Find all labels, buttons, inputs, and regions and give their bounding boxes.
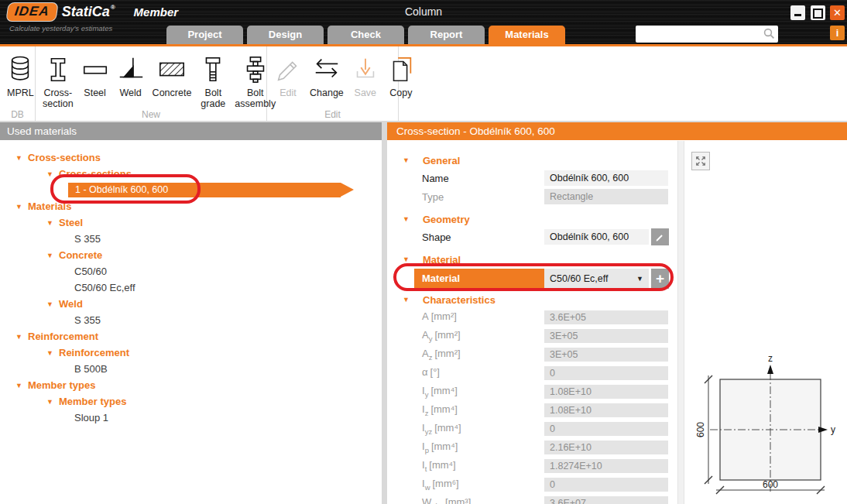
- shape-row: Shape Obdélník 600, 600: [387, 228, 677, 246]
- new-steel-button[interactable]: Steel: [77, 50, 113, 98]
- tree-item-sloup1[interactable]: Sloup 1: [0, 410, 382, 426]
- tab-check[interactable]: Check: [327, 26, 404, 44]
- collapse-triangle-icon[interactable]: ▼: [15, 203, 28, 211]
- collapse-triangle-icon[interactable]: ▼: [15, 382, 28, 389]
- characteristic-value: 1.08E+10: [544, 385, 668, 399]
- tree-group-member-types-sub[interactable]: ▼Member types: [0, 393, 382, 410]
- collapse-triangle-icon[interactable]: ▼: [15, 333, 28, 341]
- characteristic-row-iw: Iw[mm⁶] 0: [387, 475, 677, 494]
- tree-group-reinforcement[interactable]: ▼Reinforcement: [0, 328, 382, 345]
- new-weld-button[interactable]: Weld: [113, 50, 149, 98]
- tree-item-steel-s355[interactable]: S 355: [0, 231, 382, 247]
- section-general[interactable]: ▼ General: [387, 152, 677, 169]
- search-icon: [763, 28, 775, 43]
- characteristic-label: It[mm⁴]: [422, 459, 544, 473]
- tree-item-selected-cross-section[interactable]: 1 - Obdélník 600, 600: [0, 182, 382, 198]
- panel-divider: [382, 122, 387, 504]
- characteristic-row-alpha: α[°] 0: [387, 364, 677, 382]
- characteristic-label: Iw[mm⁶]: [422, 478, 544, 492]
- tree-group-materials[interactable]: ▼Materials: [0, 198, 382, 214]
- title-bar: IDEA StatiCa® Member Calculate yesterday…: [0, 0, 847, 46]
- add-material-button[interactable]: +: [651, 269, 669, 289]
- tab-design[interactable]: Design: [247, 26, 324, 44]
- search-input[interactable]: [639, 26, 760, 43]
- selected-item-banner[interactable]: 1 - Obdélník 600, 600: [68, 183, 341, 197]
- tree-group-cross-sections-sub[interactable]: ▼Cross-sections: [0, 166, 382, 182]
- collapse-triangle-icon[interactable]: ▼: [15, 154, 28, 162]
- collapse-triangle-icon[interactable]: ▼: [46, 398, 59, 406]
- tree-item-c50-60[interactable]: C50/60: [0, 263, 382, 279]
- ribbon-group-label: New: [36, 109, 266, 120]
- info-button[interactable]: i: [830, 26, 845, 40]
- mprl-button[interactable]: MPRL: [3, 50, 38, 98]
- new-cross-section-button[interactable]: Cross-section: [39, 50, 77, 110]
- material-row: Material C50/60 Ec,eff ▼ +: [387, 268, 677, 290]
- tab-report[interactable]: Report: [408, 26, 485, 44]
- tree-group-concrete[interactable]: ▼Concrete: [0, 247, 382, 263]
- tree-group-steel[interactable]: ▼Steel: [0, 214, 382, 231]
- characteristic-value: 2.16E+10: [544, 441, 668, 454]
- collapse-triangle-icon[interactable]: ▼: [46, 349, 59, 357]
- tree-group-cross-sections[interactable]: ▼Cross-sections: [0, 149, 382, 166]
- tree-group-reinforcement-sub[interactable]: ▼Reinforcement: [0, 345, 382, 361]
- close-button[interactable]: ✕: [830, 5, 845, 20]
- tree-item-b500b[interactable]: B 500B: [0, 361, 382, 377]
- characteristic-row-it: It[mm⁴] 1.8274E+10: [387, 457, 677, 475]
- characteristic-label: Iy[mm⁴]: [422, 385, 544, 399]
- characteristic-row-iz: Iz[mm⁴] 1.08E+10: [387, 401, 677, 420]
- tree-item-c50-60-eceff[interactable]: C50/60 Ec,eff: [0, 279, 382, 296]
- search-box[interactable]: [636, 26, 778, 43]
- characteristic-row-iy: Iy[mm⁴] 1.08E+10: [387, 382, 677, 401]
- collapse-triangle-icon[interactable]: ▼: [403, 215, 410, 223]
- minimize-button[interactable]: [790, 5, 805, 20]
- bolt-assembly-icon: [242, 50, 269, 87]
- ribbon-group-label: Edit: [267, 109, 398, 120]
- ribbon-group-label: DB: [0, 109, 35, 120]
- section-geometry[interactable]: ▼ Geometry: [387, 211, 677, 228]
- expand-panel-button[interactable]: [691, 152, 710, 170]
- characteristic-label: Ip[mm⁴]: [422, 441, 544, 454]
- document-title: Column: [0, 5, 847, 18]
- y-axis-label: y: [831, 424, 835, 435]
- ribbon: MPRL DB Cross-section Steel: [0, 46, 847, 122]
- cross-section-diagram: z y 600 600: [693, 352, 847, 504]
- section-characteristics[interactable]: ▼ Characteristics: [387, 291, 677, 308]
- collapse-triangle-icon[interactable]: ▼: [403, 296, 410, 303]
- material-label: Material: [414, 269, 544, 289]
- characteristic-value: 1.8274E+10: [544, 459, 668, 473]
- collapse-triangle-icon[interactable]: ▼: [46, 252, 59, 259]
- maximize-button[interactable]: [811, 5, 825, 20]
- tree-group-weld[interactable]: ▼Weld: [0, 296, 382, 312]
- characteristic-label: Az[mm²]: [422, 348, 544, 362]
- section-material[interactable]: ▼ Material: [387, 251, 677, 268]
- new-concrete-button[interactable]: Concrete: [149, 50, 196, 98]
- new-bolt-grade-button[interactable]: Bolt grade: [195, 50, 231, 110]
- characteristic-value: 0: [544, 422, 668, 436]
- material-dropdown[interactable]: C50/60 Ec,eff ▼: [544, 269, 649, 289]
- characteristic-row-ip: Ip[mm⁴] 2.16E+10: [387, 438, 677, 457]
- tab-project[interactable]: Project: [166, 26, 243, 44]
- copy-button[interactable]: Copy: [383, 50, 419, 98]
- cross-section-icon: [44, 50, 72, 87]
- shape-field[interactable]: Obdélník 600, 600: [544, 229, 649, 245]
- characteristic-row-wely: Wel,y[mm³] 3.6E+07: [387, 494, 677, 504]
- characteristic-value: 0: [544, 366, 668, 380]
- tab-materials[interactable]: Materials: [489, 26, 565, 44]
- collapse-triangle-icon[interactable]: ▼: [403, 156, 410, 164]
- z-axis-label: z: [768, 353, 773, 364]
- collapse-triangle-icon[interactable]: ▼: [403, 255, 410, 263]
- collapse-triangle-icon[interactable]: ▼: [46, 170, 59, 178]
- tree-item-weld-s355[interactable]: S 355: [0, 312, 382, 328]
- tree-group-member-types[interactable]: ▼Member types: [0, 377, 382, 393]
- change-button[interactable]: Change: [306, 50, 348, 98]
- collapse-triangle-icon[interactable]: ▼: [46, 219, 59, 227]
- used-materials-panel: Used materials ▼Cross-sections ▼Cross-se…: [0, 122, 382, 504]
- bolt-grade-icon: [199, 50, 227, 87]
- chevron-down-icon: ▼: [636, 275, 643, 283]
- edit-shape-button[interactable]: [651, 228, 669, 245]
- y-axis-arrow-icon: [818, 427, 828, 433]
- pencil-icon: [274, 50, 302, 87]
- properties-scrollbar[interactable]: [677, 141, 684, 504]
- collapse-triangle-icon[interactable]: ▼: [46, 300, 59, 308]
- name-field[interactable]: Obdélník 600, 600: [544, 170, 668, 186]
